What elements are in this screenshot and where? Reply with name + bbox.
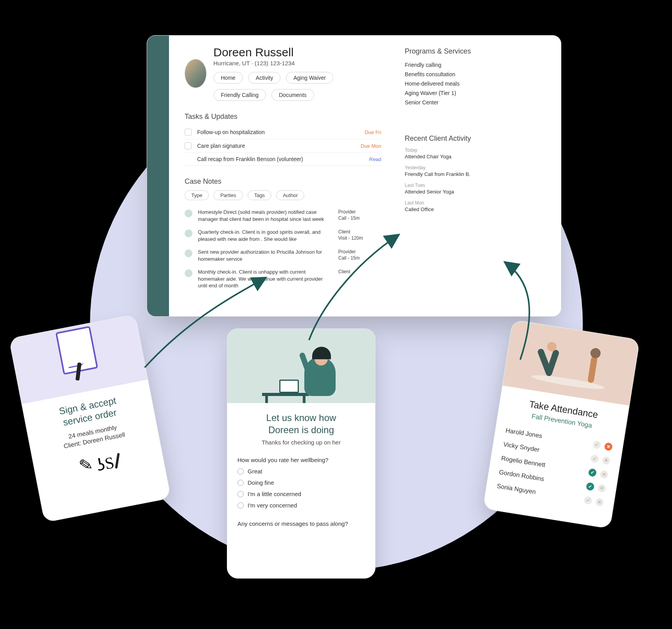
concerns-question: Any concerns or messages to pass along? (237, 520, 365, 528)
recent-when: Last Tues (405, 183, 545, 188)
option-great[interactable]: Great (237, 468, 365, 475)
case-note-row[interactable]: Monthly check-in. Client is unhappy with… (185, 265, 381, 292)
note-dot-icon (185, 229, 192, 237)
note-meta-type: Client (338, 229, 381, 235)
note-meta-duration: Call - 15m (338, 215, 381, 221)
program-item[interactable]: Senior Center (405, 98, 545, 107)
note-filters: Type Parties Tags Author (185, 190, 381, 200)
note-dot-icon (185, 210, 192, 217)
tasks-heading: Tasks & Updates (185, 113, 381, 121)
client-dashboard: Doreen Russell Hurricane, UT · (123) 123… (147, 35, 561, 317)
feedback-title-line2: Doreen is doing (268, 425, 334, 435)
filter-tags[interactable]: Tags (248, 190, 271, 200)
task-label: Call recap from Franklin Benson (volunte… (197, 156, 364, 162)
recent-what: Attended Chair Yoga (405, 154, 545, 159)
attendee-name: Harold Jones (505, 427, 543, 440)
tab-aging-waiver[interactable]: Aging Waiver (286, 72, 333, 84)
tab-home[interactable]: Home (214, 72, 243, 84)
note-dot-icon (185, 249, 192, 257)
x-icon[interactable]: ✕ (597, 484, 606, 493)
program-item[interactable]: Friendly calling (405, 60, 545, 70)
case-note-row[interactable]: Sent new provider authorization to Prisc… (185, 246, 381, 265)
recent-what: Attended Senior Yoga (405, 189, 545, 195)
client-location-phone: Hurricane, UT · (123) 123-1234 (214, 60, 381, 66)
feedback-subtitle: Thanks for checking up on her (237, 439, 365, 446)
attendee-name: Vicky Snyder (503, 441, 540, 453)
note-text: Quarterly check-in. Client is in good sp… (198, 229, 333, 242)
task-label: Care plan signature (197, 143, 355, 149)
note-dot-icon (185, 269, 192, 277)
task-row[interactable]: Call recap from Franklin Benson (volunte… (185, 153, 381, 166)
wellbeing-question: How would you rate her wellbeing? (237, 457, 365, 463)
recent-activity-item: Yesterday Friendly Call from Franklin B. (405, 165, 545, 177)
checkbox-icon[interactable] (185, 129, 192, 136)
recent-activity-heading: Recent Client Activity (405, 134, 545, 143)
radio-icon[interactable] (237, 502, 244, 509)
tab-activity[interactable]: Activity (248, 72, 280, 84)
task-row[interactable]: Care plan signature Due Mon (185, 139, 381, 153)
recent-what: Called Office (405, 206, 545, 212)
task-due: Due Mon (361, 143, 381, 149)
check-icon[interactable]: ✓ (584, 496, 593, 505)
filter-author[interactable]: Author (276, 190, 304, 200)
recent-what: Friendly Call from Franklin B. (405, 171, 545, 177)
recent-when: Last Mon (405, 200, 545, 206)
radio-icon[interactable] (237, 468, 244, 475)
note-meta-duration: Call - 15m (338, 255, 381, 261)
recent-when: Today (405, 147, 545, 153)
tab-friendly-calling[interactable]: Friendly Calling (214, 89, 266, 101)
x-icon[interactable]: ✕ (602, 456, 611, 465)
x-icon[interactable]: ✕ (600, 470, 609, 479)
note-text: Monthly check-in. Client is unhappy with… (198, 269, 333, 289)
recent-when: Yesterday (405, 165, 545, 170)
client-name: Doreen Russell (214, 46, 381, 59)
note-meta-duration: Visit - 120m (338, 235, 381, 241)
client-tabs: Home Activity Aging Waiver Friendly Call… (214, 72, 381, 101)
check-icon[interactable]: ✓ (586, 482, 595, 491)
check-icon[interactable]: ✓ (588, 468, 597, 477)
case-note-row[interactable]: Homestyle Direct (solid meals provider) … (185, 206, 381, 226)
task-read-link[interactable]: Read (369, 156, 381, 162)
option-label: I'm very concerned (248, 502, 297, 509)
sidebar-strip (147, 36, 169, 316)
note-text: Sent new provider authorization to Prisc… (198, 249, 333, 262)
program-item[interactable]: Aging Waiver (Tier 1) (405, 88, 545, 98)
x-icon[interactable]: ✕ (595, 498, 604, 507)
option-doing-fine[interactable]: Doing fine (237, 479, 365, 486)
feedback-hero-illustration (227, 329, 375, 403)
client-avatar (185, 59, 207, 88)
program-item[interactable]: Benefits consultation (405, 70, 545, 79)
recent-activity-item: Last Mon Called Office (405, 200, 545, 212)
option-label: I'm a little concerned (248, 491, 301, 497)
option-little-concerned[interactable]: I'm a little concerned (237, 491, 365, 497)
radio-icon[interactable] (237, 491, 244, 497)
case-note-row[interactable]: Quarterly check-in. Client is in good sp… (185, 226, 381, 246)
note-meta-type: Provider (338, 209, 381, 215)
programs-list: Friendly calling Benefits consultation H… (405, 60, 545, 107)
recent-activity-item: Today Attended Chair Yoga (405, 147, 545, 159)
programs-heading: Programs & Services (405, 47, 545, 56)
filter-type[interactable]: Type (185, 190, 209, 200)
radio-icon[interactable] (237, 480, 244, 486)
note-meta-type: Provider (338, 249, 381, 255)
tab-documents[interactable]: Documents (271, 89, 314, 101)
recent-activity-item: Last Tues Attended Senior Yoga (405, 183, 545, 195)
option-very-concerned[interactable]: I'm very concerned (237, 502, 365, 509)
checkbox-icon[interactable] (185, 142, 192, 149)
task-due: Due Fri (365, 129, 381, 135)
program-item[interactable]: Home-delivered meals (405, 79, 545, 88)
task-row[interactable]: Follow-up on hospitalization Due Fri (185, 125, 381, 139)
task-label: Follow-up on hospitalization (197, 129, 359, 135)
case-notes-heading: Case Notes (185, 177, 381, 186)
wellbeing-feedback-card: Let us know how Doreen is doing Thanks f… (227, 328, 376, 579)
check-icon[interactable]: ✓ (590, 454, 599, 463)
check-icon[interactable]: ✓ (592, 440, 601, 449)
feedback-title-line1: Let us know how (266, 412, 336, 423)
option-label: Great (248, 468, 262, 475)
filter-parties[interactable]: Parties (214, 190, 243, 200)
attendee-name: Sonia Nguyen (496, 482, 536, 496)
note-text: Homestyle Direct (solid meals provider) … (198, 209, 333, 222)
option-label: Doing fine (248, 479, 274, 486)
x-icon[interactable]: ✕ (604, 442, 613, 451)
note-meta-type: Client (338, 269, 381, 275)
